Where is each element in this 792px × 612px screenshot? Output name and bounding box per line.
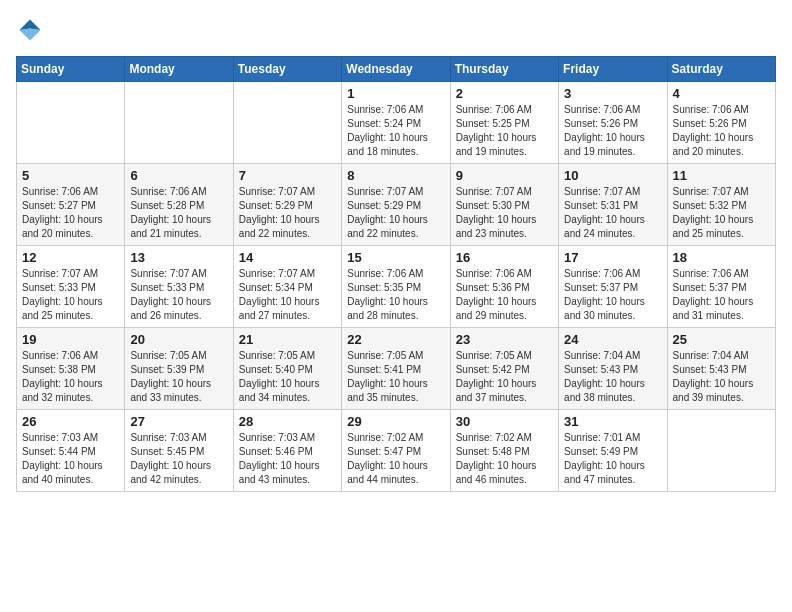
- day-info: Sunrise: 7:07 AM Sunset: 5:30 PM Dayligh…: [456, 185, 553, 241]
- day-info: Sunrise: 7:02 AM Sunset: 5:47 PM Dayligh…: [347, 431, 444, 487]
- calendar-cell: 14Sunrise: 7:07 AM Sunset: 5:34 PM Dayli…: [233, 246, 341, 328]
- calendar-cell: 1Sunrise: 7:06 AM Sunset: 5:24 PM Daylig…: [342, 82, 450, 164]
- day-info: Sunrise: 7:06 AM Sunset: 5:35 PM Dayligh…: [347, 267, 444, 323]
- day-number: 28: [239, 414, 336, 429]
- calendar-cell: 18Sunrise: 7:06 AM Sunset: 5:37 PM Dayli…: [667, 246, 775, 328]
- day-info: Sunrise: 7:06 AM Sunset: 5:36 PM Dayligh…: [456, 267, 553, 323]
- calendar-cell: 6Sunrise: 7:06 AM Sunset: 5:28 PM Daylig…: [125, 164, 233, 246]
- day-info: Sunrise: 7:04 AM Sunset: 5:43 PM Dayligh…: [673, 349, 770, 405]
- day-number: 20: [130, 332, 227, 347]
- day-number: 8: [347, 168, 444, 183]
- day-info: Sunrise: 7:06 AM Sunset: 5:38 PM Dayligh…: [22, 349, 119, 405]
- calendar-cell: 25Sunrise: 7:04 AM Sunset: 5:43 PM Dayli…: [667, 328, 775, 410]
- logo: [16, 16, 48, 44]
- calendar-week-4: 19Sunrise: 7:06 AM Sunset: 5:38 PM Dayli…: [17, 328, 776, 410]
- day-header-monday: Monday: [125, 57, 233, 82]
- day-info: Sunrise: 7:07 AM Sunset: 5:29 PM Dayligh…: [347, 185, 444, 241]
- calendar-cell: 28Sunrise: 7:03 AM Sunset: 5:46 PM Dayli…: [233, 410, 341, 492]
- day-info: Sunrise: 7:07 AM Sunset: 5:31 PM Dayligh…: [564, 185, 661, 241]
- day-info: Sunrise: 7:05 AM Sunset: 5:42 PM Dayligh…: [456, 349, 553, 405]
- day-info: Sunrise: 7:06 AM Sunset: 5:25 PM Dayligh…: [456, 103, 553, 159]
- page-header: [16, 16, 776, 44]
- day-info: Sunrise: 7:06 AM Sunset: 5:24 PM Dayligh…: [347, 103, 444, 159]
- day-header-friday: Friday: [559, 57, 667, 82]
- day-number: 25: [673, 332, 770, 347]
- day-number: 26: [22, 414, 119, 429]
- day-number: 19: [22, 332, 119, 347]
- day-number: 22: [347, 332, 444, 347]
- day-number: 17: [564, 250, 661, 265]
- day-number: 29: [347, 414, 444, 429]
- day-info: Sunrise: 7:05 AM Sunset: 5:40 PM Dayligh…: [239, 349, 336, 405]
- day-number: 31: [564, 414, 661, 429]
- day-info: Sunrise: 7:06 AM Sunset: 5:26 PM Dayligh…: [673, 103, 770, 159]
- calendar-cell: 24Sunrise: 7:04 AM Sunset: 5:43 PM Dayli…: [559, 328, 667, 410]
- day-info: Sunrise: 7:05 AM Sunset: 5:39 PM Dayligh…: [130, 349, 227, 405]
- day-info: Sunrise: 7:07 AM Sunset: 5:29 PM Dayligh…: [239, 185, 336, 241]
- day-number: 2: [456, 86, 553, 101]
- day-info: Sunrise: 7:06 AM Sunset: 5:27 PM Dayligh…: [22, 185, 119, 241]
- calendar-cell: 13Sunrise: 7:07 AM Sunset: 5:33 PM Dayli…: [125, 246, 233, 328]
- day-number: 6: [130, 168, 227, 183]
- day-info: Sunrise: 7:06 AM Sunset: 5:28 PM Dayligh…: [130, 185, 227, 241]
- calendar-cell: 31Sunrise: 7:01 AM Sunset: 5:49 PM Dayli…: [559, 410, 667, 492]
- calendar-cell: 15Sunrise: 7:06 AM Sunset: 5:35 PM Dayli…: [342, 246, 450, 328]
- calendar-week-5: 26Sunrise: 7:03 AM Sunset: 5:44 PM Dayli…: [17, 410, 776, 492]
- day-header-saturday: Saturday: [667, 57, 775, 82]
- day-header-sunday: Sunday: [17, 57, 125, 82]
- day-number: 5: [22, 168, 119, 183]
- day-number: 7: [239, 168, 336, 183]
- day-info: Sunrise: 7:05 AM Sunset: 5:41 PM Dayligh…: [347, 349, 444, 405]
- day-info: Sunrise: 7:06 AM Sunset: 5:37 PM Dayligh…: [673, 267, 770, 323]
- day-header-tuesday: Tuesday: [233, 57, 341, 82]
- day-number: 13: [130, 250, 227, 265]
- calendar-header-row: SundayMondayTuesdayWednesdayThursdayFrid…: [17, 57, 776, 82]
- calendar-cell: 17Sunrise: 7:06 AM Sunset: 5:37 PM Dayli…: [559, 246, 667, 328]
- calendar-table: SundayMondayTuesdayWednesdayThursdayFrid…: [16, 56, 776, 492]
- day-number: 18: [673, 250, 770, 265]
- day-info: Sunrise: 7:03 AM Sunset: 5:44 PM Dayligh…: [22, 431, 119, 487]
- day-info: Sunrise: 7:03 AM Sunset: 5:46 PM Dayligh…: [239, 431, 336, 487]
- day-number: 24: [564, 332, 661, 347]
- day-number: 10: [564, 168, 661, 183]
- calendar-week-1: 1Sunrise: 7:06 AM Sunset: 5:24 PM Daylig…: [17, 82, 776, 164]
- day-info: Sunrise: 7:02 AM Sunset: 5:48 PM Dayligh…: [456, 431, 553, 487]
- calendar-cell: [667, 410, 775, 492]
- day-number: 30: [456, 414, 553, 429]
- calendar-week-3: 12Sunrise: 7:07 AM Sunset: 5:33 PM Dayli…: [17, 246, 776, 328]
- calendar-cell: 20Sunrise: 7:05 AM Sunset: 5:39 PM Dayli…: [125, 328, 233, 410]
- calendar-cell: 3Sunrise: 7:06 AM Sunset: 5:26 PM Daylig…: [559, 82, 667, 164]
- calendar-cell: [17, 82, 125, 164]
- day-number: 16: [456, 250, 553, 265]
- calendar-cell: 9Sunrise: 7:07 AM Sunset: 5:30 PM Daylig…: [450, 164, 558, 246]
- calendar-cell: 5Sunrise: 7:06 AM Sunset: 5:27 PM Daylig…: [17, 164, 125, 246]
- calendar-cell: 2Sunrise: 7:06 AM Sunset: 5:25 PM Daylig…: [450, 82, 558, 164]
- day-number: 9: [456, 168, 553, 183]
- day-number: 23: [456, 332, 553, 347]
- day-number: 27: [130, 414, 227, 429]
- calendar-cell: 11Sunrise: 7:07 AM Sunset: 5:32 PM Dayli…: [667, 164, 775, 246]
- calendar-cell: 22Sunrise: 7:05 AM Sunset: 5:41 PM Dayli…: [342, 328, 450, 410]
- calendar-cell: 12Sunrise: 7:07 AM Sunset: 5:33 PM Dayli…: [17, 246, 125, 328]
- day-number: 3: [564, 86, 661, 101]
- calendar-cell: 23Sunrise: 7:05 AM Sunset: 5:42 PM Dayli…: [450, 328, 558, 410]
- day-header-wednesday: Wednesday: [342, 57, 450, 82]
- day-number: 1: [347, 86, 444, 101]
- calendar-cell: 7Sunrise: 7:07 AM Sunset: 5:29 PM Daylig…: [233, 164, 341, 246]
- day-info: Sunrise: 7:06 AM Sunset: 5:37 PM Dayligh…: [564, 267, 661, 323]
- calendar-cell: 30Sunrise: 7:02 AM Sunset: 5:48 PM Dayli…: [450, 410, 558, 492]
- day-info: Sunrise: 7:07 AM Sunset: 5:33 PM Dayligh…: [22, 267, 119, 323]
- calendar-cell: [233, 82, 341, 164]
- calendar-cell: 29Sunrise: 7:02 AM Sunset: 5:47 PM Dayli…: [342, 410, 450, 492]
- calendar-cell: 19Sunrise: 7:06 AM Sunset: 5:38 PM Dayli…: [17, 328, 125, 410]
- calendar-cell: 26Sunrise: 7:03 AM Sunset: 5:44 PM Dayli…: [17, 410, 125, 492]
- calendar-cell: 10Sunrise: 7:07 AM Sunset: 5:31 PM Dayli…: [559, 164, 667, 246]
- day-info: Sunrise: 7:07 AM Sunset: 5:33 PM Dayligh…: [130, 267, 227, 323]
- day-number: 15: [347, 250, 444, 265]
- day-number: 12: [22, 250, 119, 265]
- calendar-cell: 16Sunrise: 7:06 AM Sunset: 5:36 PM Dayli…: [450, 246, 558, 328]
- day-number: 14: [239, 250, 336, 265]
- day-info: Sunrise: 7:01 AM Sunset: 5:49 PM Dayligh…: [564, 431, 661, 487]
- calendar-cell: 8Sunrise: 7:07 AM Sunset: 5:29 PM Daylig…: [342, 164, 450, 246]
- calendar-cell: 4Sunrise: 7:06 AM Sunset: 5:26 PM Daylig…: [667, 82, 775, 164]
